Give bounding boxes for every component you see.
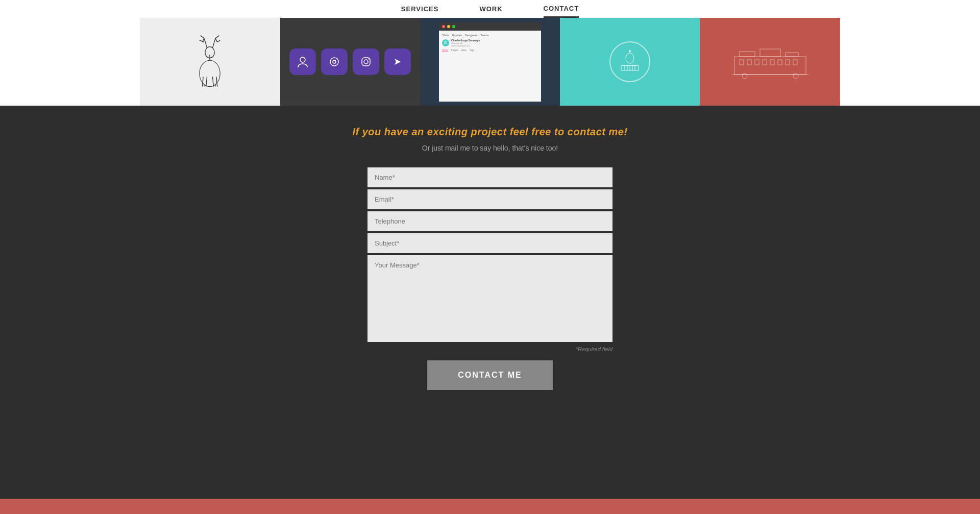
svg-rect-41	[755, 60, 759, 65]
svg-rect-45	[786, 60, 790, 65]
dribbble-tabs: Shots Project Likes Tags	[442, 49, 538, 52]
gallery-item-teal	[560, 18, 700, 106]
coral-building-icon	[729, 41, 811, 82]
main-content: If you have an exciting project feel fre…	[0, 106, 980, 421]
svg-rect-43	[770, 60, 774, 65]
navigation: SERVICES WORK CONTACT	[0, 0, 980, 18]
dribbble-nav: Shots Explore Designers Teams	[442, 34, 538, 37]
teal-circle-icon	[609, 41, 650, 82]
contact-me-button[interactable]: CONTACT ME	[427, 360, 552, 390]
svg-rect-38	[786, 53, 798, 57]
svg-point-34	[629, 51, 631, 52]
svg-line-16	[206, 77, 207, 86]
gallery-strip: Shots Explore Designers Teams C Charlie-…	[0, 18, 980, 106]
dribbble-nav-teams: Teams	[480, 34, 488, 37]
app-icon-2	[321, 48, 348, 75]
svg-line-18	[216, 77, 217, 86]
svg-point-24	[368, 58, 370, 60]
dribbble-user: C Charlie-Jorge Samways Grimsby, UK www.…	[442, 39, 538, 47]
dribbble-content: Shots Explore Designers Teams C Charlie-…	[439, 31, 541, 102]
svg-line-15	[203, 77, 204, 86]
svg-rect-37	[760, 49, 780, 57]
titlebar-dot-yellow	[447, 25, 450, 28]
svg-point-20	[330, 58, 338, 66]
svg-rect-39	[740, 60, 744, 65]
dribbble-tab-shots: Shots	[442, 49, 448, 52]
nav-work[interactable]: WORK	[479, 1, 502, 17]
deer-icon	[182, 34, 238, 90]
svg-point-21	[333, 60, 336, 63]
gallery-item-coral	[700, 18, 840, 106]
required-note: *Required field	[368, 346, 612, 352]
app-icon-1	[289, 48, 316, 75]
footer-bar	[0, 499, 980, 514]
gallery-item-deer	[140, 18, 280, 106]
sub-tagline: Or just mail me to say hello, that's nic…	[422, 144, 558, 152]
dribbble-nav-designers: Designers	[465, 34, 478, 37]
subject-input[interactable]	[368, 233, 612, 253]
gallery-item-blank-right	[840, 18, 980, 106]
svg-line-3	[204, 38, 207, 47]
dribbble-username: Charlie-Jorge Samways	[451, 39, 480, 42]
svg-point-23	[364, 60, 368, 64]
tagline: If you have an exciting project feel fre…	[352, 126, 627, 138]
svg-line-8	[215, 36, 219, 39]
dribbble-tab-likes: Likes	[461, 49, 467, 52]
dribbble-tab-tags: Tags	[470, 49, 475, 52]
dribbble-nav-explore: Explore	[452, 34, 462, 37]
app-icon-4	[384, 48, 411, 75]
dribbble-mockup: Shots Explore Designers Teams C Charlie-…	[439, 22, 541, 102]
svg-line-7	[213, 38, 216, 47]
dribbble-avatar: C	[442, 39, 449, 46]
dribbble-website: www.csamways.com	[451, 44, 480, 47]
app-icons-group	[289, 48, 411, 75]
svg-line-10	[217, 40, 220, 42]
dribbble-titlebar	[439, 22, 541, 31]
name-input[interactable]	[368, 167, 612, 187]
gallery-item-blank-left	[0, 18, 140, 106]
app-icon-3	[353, 48, 379, 75]
svg-line-17	[213, 77, 214, 86]
message-textarea[interactable]	[368, 255, 612, 342]
dribbble-tab-project: Project	[451, 49, 458, 52]
email-input[interactable]	[368, 189, 612, 209]
titlebar-dot-red	[442, 25, 445, 28]
svg-rect-44	[778, 60, 782, 65]
svg-rect-36	[740, 52, 755, 57]
svg-rect-40	[747, 60, 751, 65]
telephone-input[interactable]	[368, 211, 612, 231]
dribbble-nav-shots: Shots	[442, 34, 449, 37]
svg-point-25	[626, 53, 634, 63]
svg-line-4	[201, 36, 204, 39]
svg-line-9	[215, 38, 217, 42]
nav-contact[interactable]: CONTACT	[544, 1, 579, 18]
svg-rect-35	[734, 57, 806, 75]
nav-services[interactable]: SERVICES	[401, 1, 439, 17]
gallery-item-dribbble: Shots Explore Designers Teams C Charlie-…	[420, 18, 560, 106]
svg-point-19	[300, 57, 305, 62]
titlebar-dot-green	[452, 25, 455, 28]
contact-form: *Required field	[368, 167, 612, 360]
svg-rect-46	[793, 60, 797, 65]
svg-rect-42	[763, 60, 767, 65]
gallery-item-apps	[280, 18, 420, 106]
